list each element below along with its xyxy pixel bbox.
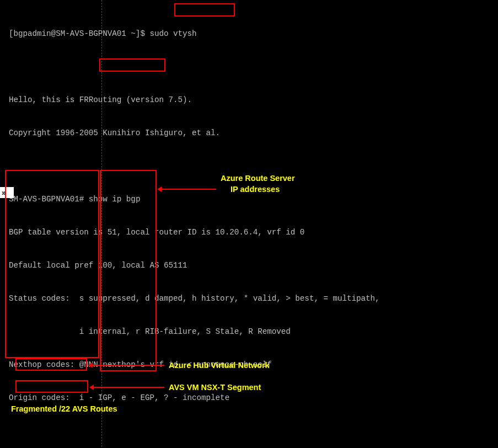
shell-prompt: [bgpadmin@SM-AVS-BGPNVA01 ~]$: [9, 29, 149, 38]
command-show-ip-bgp: show ip bgp: [89, 195, 141, 204]
nexthop-codes: Nexthop codes: @NNN nexthop's vrf id, < …: [9, 359, 495, 370]
bgp-local-info: Default local pref 100, local AS 65111: [9, 260, 495, 271]
chevron-icon: »: [0, 187, 14, 198]
frr-prompt-line: SM-AVS-BGPNVA01# show ip bgp: [9, 194, 495, 205]
prompt-line: [bgpadmin@SM-AVS-BGPNVA01 ~]$ sudo vtysh: [9, 28, 495, 39]
frr-copyright: Copyright 1996-2005 Kunihiro Ishiguro, e…: [9, 127, 495, 138]
terminal-output: [bgpadmin@SM-AVS-BGPNVA01 ~]$ sudo vtysh…: [9, 6, 495, 448]
status-codes-1: Status codes: s suppressed, d damped, h …: [9, 293, 495, 304]
frr-hello: Hello, this is FRRouting (version 7.5).: [9, 94, 495, 105]
command-sudo-vtysh: sudo vtysh: [149, 29, 196, 38]
frr-prompt: SM-AVS-BGPNVA01#: [9, 195, 89, 204]
bgp-table-info: BGP table version is 51, local router ID…: [9, 227, 495, 238]
origin-codes: Origin codes: i - IGP, e - EGP, ? - inco…: [9, 392, 495, 403]
status-codes-2: i internal, r RIB-failure, S Stale, R Re…: [9, 326, 495, 337]
